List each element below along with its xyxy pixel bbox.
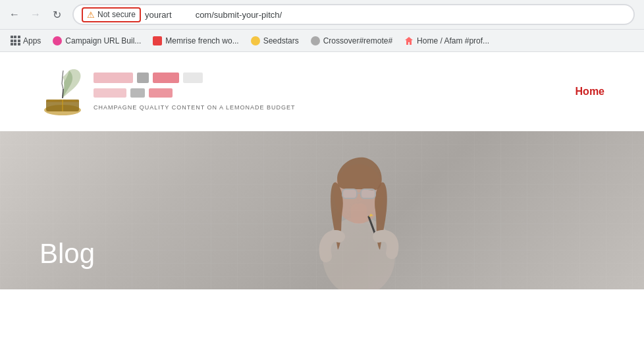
apps-label: Apps [23,36,41,45]
forward-button[interactable]: → [26,5,45,24]
seedstars-label: Seedstars [263,36,299,45]
not-secure-badge[interactable]: ⚠ Not secure [82,7,141,22]
home-afam-favicon [404,36,414,45]
campaign-url-label: Campaign URL Buil... [65,36,141,45]
logo-title-blocks [94,73,296,83]
home-afam-label: Home / Afam #prof... [417,36,489,45]
hero-title: Blog [40,238,95,270]
browser-chrome: ← → ↻ ⚠ Not secure yourart com/submit-yo… [0,0,644,52]
webpage-content: CHAMPAGNE QUALITY CONTENT ON A LEMONADE … [0,52,644,352]
bookmark-seedstars[interactable]: Seedstars [246,32,304,49]
site-logo-icon [40,65,86,118]
crossover-favicon [311,36,320,45]
bookmark-crossover[interactable]: Crossover#remote# [306,32,398,49]
bookmark-campaign-url[interactable]: Campaign URL Buil... [47,32,146,49]
svg-rect-10 [361,189,375,198]
bookmark-memrise[interactable]: Memrise french wo... [148,32,244,49]
memrise-favicon [153,36,162,45]
reload-button[interactable]: ↻ [47,5,66,24]
logo-area: CHAMPAGNE QUALITY CONTENT ON A LEMONADE … [40,65,296,118]
seedstars-favicon [251,36,260,45]
bookmark-home-afam[interactable]: Home / Afam #prof... [399,32,495,49]
warning-icon: ⚠ [87,10,95,20]
address-text: yourart com/submit-your-pitch/ [145,10,626,20]
bookmarks-bar: Apps Campaign URL Buil... Memrise french… [0,29,644,51]
campaign-url-favicon [53,36,62,45]
nav-bar: ← → ↻ ⚠ Not secure yourart com/submit-yo… [0,0,644,29]
svg-point-6 [323,217,395,289]
bookmark-apps[interactable]: Apps [5,32,46,49]
memrise-label: Memrise french wo... [165,36,238,45]
crossover-label: Crossover#remote# [323,36,392,45]
logo-subtitle: CHAMPAGNE QUALITY CONTENT ON A LEMONADE … [94,104,296,111]
hero-section: Blog [0,131,644,289]
address-bar[interactable]: ⚠ Not secure yourart com/submit-your-pit… [72,4,635,25]
hero-text: Blog [0,238,95,289]
apps-grid-icon [11,36,20,45]
site-header: CHAMPAGNE QUALITY CONTENT ON A LEMONADE … [0,52,644,131]
site-nav: Home [576,86,604,98]
nav-home-link[interactable]: Home [576,86,604,98]
not-secure-label: Not secure [97,10,136,19]
person-image [267,131,451,289]
logo-text-area: CHAMPAGNE QUALITY CONTENT ON A LEMONADE … [94,73,296,111]
back-button[interactable]: ← [5,5,24,24]
svg-rect-9 [342,189,357,198]
logo-title-blocks-2 [94,88,296,98]
